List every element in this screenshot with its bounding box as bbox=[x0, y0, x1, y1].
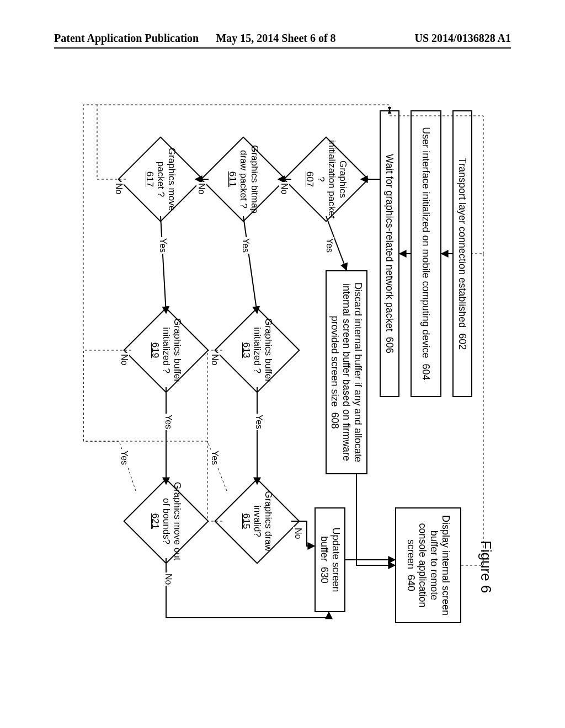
box-604-text: User interface initialized on mobile com… bbox=[420, 127, 432, 380]
label-613-yes: Yes bbox=[254, 414, 264, 430]
header-left: Patent Application Publication bbox=[54, 32, 199, 45]
diamond-617: Graphics move packet ? 617 bbox=[130, 149, 191, 210]
diamond-621: Graphics move out of bounds? 621 bbox=[136, 491, 196, 552]
diamond-617-label: Graphics move packet ? 617 bbox=[130, 137, 191, 222]
label-607-no: No bbox=[279, 182, 289, 195]
label-611-yes: Yes bbox=[241, 237, 250, 254]
box-604: User interface initialized on mobile com… bbox=[411, 110, 441, 397]
diamond-615-label: Graphics draw invalid? 615 bbox=[227, 479, 287, 564]
box-602: Transport layer connection established 6… bbox=[452, 110, 472, 397]
label-619-no: No bbox=[119, 353, 129, 366]
diamond-613: Graphics buffer initialized ? 613 bbox=[227, 320, 287, 381]
label-619-yes: Yes bbox=[163, 414, 173, 430]
diamond-611-label: Graphics bitmap draw packet ? 611 bbox=[213, 137, 274, 222]
page: Patent Application Publication May 15, 2… bbox=[0, 0, 565, 728]
label-607-yes: Yes bbox=[324, 237, 334, 254]
box-608: Discard internal buffer if any and alloc… bbox=[326, 270, 367, 474]
diamond-619: Graphics buffer initialized ? 619 bbox=[136, 320, 196, 381]
diamond-607-label: Graphics initialization packet ? 607 bbox=[296, 137, 356, 222]
diagram-rotated-wrapper: Figure 6 Transport layer connection esta… bbox=[0, 88, 494, 512]
header-rule bbox=[54, 47, 511, 49]
diamond-615: Graphics draw invalid? 615 bbox=[227, 491, 287, 552]
diamond-607: Graphics initialization packet ? 607 bbox=[296, 149, 356, 210]
box-606-text: Wait for graphics-related network packet… bbox=[384, 154, 396, 354]
label-615-no: No bbox=[293, 527, 303, 540]
box-602-text: Transport layer connection established 6… bbox=[457, 158, 468, 350]
label-617-yes: Yes bbox=[158, 237, 168, 254]
diamond-621-label: Graphics move out of bounds? 621 bbox=[136, 479, 196, 564]
diamond-613-label: Graphics buffer initialized ? 613 bbox=[227, 308, 287, 393]
figure-title: Figure 6 bbox=[477, 540, 494, 593]
box-608-text: Discard internal buffer if any and alloc… bbox=[329, 276, 364, 469]
label-611-no: No bbox=[196, 182, 206, 195]
diamond-611: Graphics bitmap draw packet ? 611 bbox=[213, 149, 274, 210]
label-617-no: No bbox=[114, 182, 124, 195]
box-640: Display internal screen buffer to remote… bbox=[395, 507, 461, 623]
flowchart: Figure 6 Transport layer connection esta… bbox=[71, 88, 494, 640]
diamond-619-label: Graphics buffer initialized ? 619 bbox=[136, 308, 196, 393]
box-606: Wait for graphics-related network packet… bbox=[380, 110, 399, 397]
header-center: May 15, 2014 Sheet 6 of 8 bbox=[204, 32, 348, 45]
box-630: Update screen buffer 630 bbox=[315, 507, 345, 612]
label-613-no: No bbox=[210, 353, 220, 366]
label-621-yes: Yes bbox=[119, 449, 129, 466]
box-630-text: Update screen buffer 630 bbox=[318, 513, 342, 607]
label-615-yes: Yes bbox=[210, 449, 220, 466]
box-640-text: Display internal screen buffer to remote… bbox=[405, 513, 451, 618]
label-621-no: No bbox=[163, 572, 173, 586]
header-right: US 2014/0136828 A1 bbox=[415, 32, 511, 45]
